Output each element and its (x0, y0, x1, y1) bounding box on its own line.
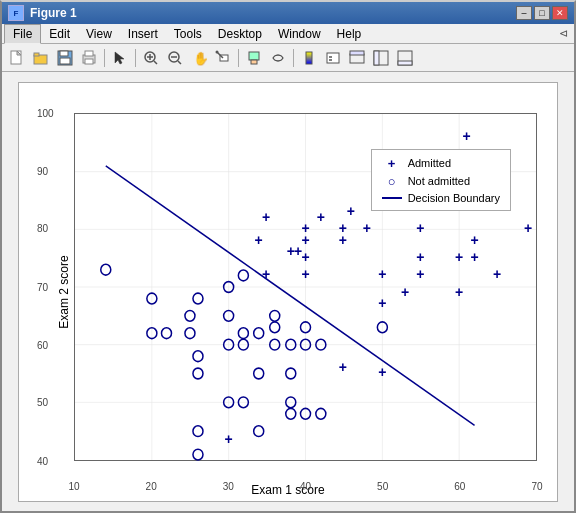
svg-point-89 (286, 368, 296, 379)
svg-text:+: + (470, 248, 478, 265)
plot-area: Exam 2 score Exam 1 score 100 90 80 70 6… (2, 72, 574, 511)
legend-boundary: Decision Boundary (382, 192, 500, 204)
svg-text:+: + (455, 248, 463, 265)
arrow-button[interactable] (109, 47, 131, 69)
x-tick-30: 30 (223, 481, 234, 492)
svg-text:+: + (255, 231, 263, 248)
svg-point-78 (101, 264, 111, 275)
menu-view[interactable]: View (78, 25, 120, 43)
boundary-line-symbol (382, 197, 402, 199)
toolbar-sep-1 (104, 49, 105, 67)
zoom-out-button[interactable] (164, 47, 186, 69)
title-bar-left: F Figure 1 (8, 5, 77, 21)
figure-palette-button[interactable] (346, 47, 368, 69)
new-button[interactable] (6, 47, 28, 69)
svg-rect-31 (374, 51, 379, 65)
data-cursor-button[interactable] (212, 47, 234, 69)
open-button[interactable] (30, 47, 52, 69)
legend-not-admitted: ○ Not admitted (382, 174, 500, 189)
svg-text:+: + (287, 242, 295, 259)
svg-text:+: + (493, 265, 501, 282)
svg-point-91 (238, 327, 248, 338)
svg-text:+: + (416, 265, 424, 282)
svg-point-106 (254, 368, 264, 379)
svg-point-86 (185, 327, 195, 338)
menu-insert[interactable]: Insert (120, 25, 166, 43)
svg-point-20 (216, 50, 219, 53)
svg-point-103 (193, 425, 203, 436)
menu-help[interactable]: Help (329, 25, 370, 43)
svg-rect-24 (306, 52, 312, 64)
svg-text:+: + (378, 294, 386, 311)
rotate-button[interactable] (267, 47, 289, 69)
svg-text:+: + (301, 248, 309, 265)
minimize-button[interactable]: – (516, 6, 532, 20)
menu-tools[interactable]: Tools (166, 25, 210, 43)
menu-file[interactable]: File (4, 24, 41, 44)
svg-rect-29 (350, 51, 364, 55)
pan-button[interactable]: ✋ (188, 47, 210, 69)
x-tick-70: 70 (531, 481, 542, 492)
toolbar-sep-3 (238, 49, 239, 67)
menubar: File Edit View Insert Tools Desktop Wind… (2, 24, 574, 44)
colorbar-button[interactable] (298, 47, 320, 69)
svg-text:✋: ✋ (193, 50, 207, 66)
not-admitted-label: Not admitted (408, 175, 470, 187)
svg-point-99 (286, 408, 296, 419)
svg-text:+: + (317, 208, 325, 225)
x-tick-10: 10 (68, 481, 79, 492)
y-tick-100: 100 (37, 107, 54, 118)
svg-text:+: + (301, 231, 309, 248)
save-button[interactable] (54, 47, 76, 69)
window-title: Figure 1 (30, 6, 77, 20)
figure-container: Exam 2 score Exam 1 score 100 90 80 70 6… (18, 82, 558, 502)
zoom-in-button[interactable] (140, 47, 162, 69)
svg-text:+: + (363, 219, 371, 236)
y-tick-90: 90 (37, 165, 48, 176)
svg-text:+: + (262, 265, 270, 282)
menu-edit[interactable]: Edit (41, 25, 78, 43)
svg-rect-22 (251, 60, 257, 64)
legend-button[interactable] (322, 47, 344, 69)
svg-point-93 (193, 368, 203, 379)
main-window: F Figure 1 – □ ✕ File Edit View Insert T… (0, 0, 576, 513)
svg-point-92 (193, 293, 203, 304)
svg-text:+: + (470, 231, 478, 248)
y-tick-80: 80 (37, 223, 48, 234)
svg-text:+: + (347, 202, 355, 219)
svg-text:+: + (462, 127, 470, 144)
svg-text:+: + (339, 231, 347, 248)
svg-text:+: + (378, 364, 386, 381)
svg-point-110 (270, 321, 280, 332)
property-editor-button[interactable] (394, 47, 416, 69)
x-tick-20: 20 (146, 481, 157, 492)
svg-text:+: + (378, 265, 386, 282)
toolbar-sep-4 (293, 49, 294, 67)
admitted-label: Admitted (408, 157, 451, 169)
svg-text:+: + (294, 242, 302, 259)
svg-rect-25 (327, 53, 339, 63)
menu-desktop[interactable]: Desktop (210, 25, 270, 43)
svg-point-80 (254, 425, 264, 436)
maximize-button[interactable]: □ (534, 6, 550, 20)
svg-text:+: + (524, 219, 532, 236)
title-buttons: – □ ✕ (516, 6, 568, 20)
admitted-symbol: + (382, 156, 402, 171)
close-button[interactable]: ✕ (552, 6, 568, 20)
svg-text:+: + (455, 283, 463, 300)
menu-window[interactable]: Window (270, 25, 329, 43)
svg-point-81 (238, 270, 248, 281)
matlab-indicator: ⊲ (559, 27, 568, 40)
print-button[interactable] (78, 47, 100, 69)
svg-rect-21 (249, 52, 259, 60)
y-tick-60: 60 (37, 339, 48, 350)
plot-browser-button[interactable] (370, 47, 392, 69)
boundary-label: Decision Boundary (408, 192, 500, 204)
y-tick-70: 70 (37, 281, 48, 292)
legend: + Admitted ○ Not admitted Decision Bound… (371, 149, 511, 211)
svg-text:+: + (416, 248, 424, 265)
brush-button[interactable] (243, 47, 265, 69)
y-axis-label: Exam 2 score (57, 255, 71, 328)
svg-point-83 (316, 408, 326, 419)
svg-text:+: + (339, 358, 347, 375)
